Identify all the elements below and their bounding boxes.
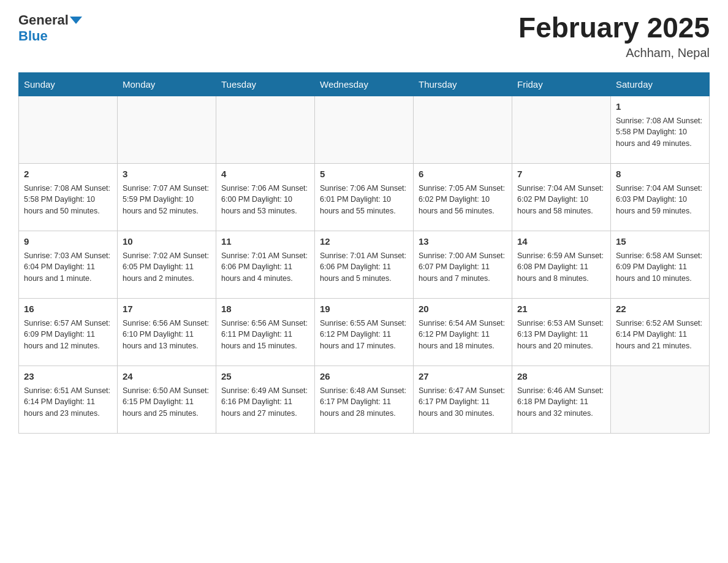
day-number: 7 <box>517 167 605 180</box>
day-info: Sunrise: 6:52 AM Sunset: 6:14 PM Dayligh… <box>616 318 704 352</box>
day-number: 20 <box>419 302 507 315</box>
day-info: Sunrise: 7:06 AM Sunset: 6:00 PM Dayligh… <box>221 183 309 217</box>
day-number: 3 <box>123 167 211 180</box>
day-of-week-header: Friday <box>512 72 611 96</box>
day-info: Sunrise: 7:05 AM Sunset: 6:02 PM Dayligh… <box>419 183 507 217</box>
calendar-header: SundayMondayTuesdayWednesdayThursdayFrid… <box>19 72 710 96</box>
calendar-day-cell <box>118 96 216 163</box>
calendar-day-cell <box>414 96 512 163</box>
day-number: 21 <box>517 302 605 315</box>
calendar-day-cell: 20Sunrise: 6:54 AM Sunset: 6:12 PM Dayli… <box>414 298 512 366</box>
calendar-day-cell: 17Sunrise: 6:56 AM Sunset: 6:10 PM Dayli… <box>118 298 216 366</box>
calendar-day-cell: 5Sunrise: 7:06 AM Sunset: 6:01 PM Daylig… <box>315 163 414 231</box>
calendar-day-cell: 12Sunrise: 7:01 AM Sunset: 6:06 PM Dayli… <box>315 231 414 298</box>
day-number: 4 <box>221 167 309 180</box>
day-of-week-header: Wednesday <box>315 72 414 96</box>
day-number: 1 <box>616 100 704 113</box>
calendar-day-cell: 13Sunrise: 7:00 AM Sunset: 6:07 PM Dayli… <box>414 231 512 298</box>
day-number: 8 <box>616 167 704 180</box>
calendar-day-cell: 28Sunrise: 6:46 AM Sunset: 6:18 PM Dayli… <box>512 366 611 433</box>
day-info: Sunrise: 7:03 AM Sunset: 6:04 PM Dayligh… <box>24 250 112 285</box>
day-of-week-header: Sunday <box>19 72 118 96</box>
day-info: Sunrise: 7:04 AM Sunset: 6:02 PM Dayligh… <box>517 183 605 217</box>
day-of-week-header: Saturday <box>611 72 710 96</box>
day-info: Sunrise: 6:51 AM Sunset: 6:14 PM Dayligh… <box>24 385 112 419</box>
day-info: Sunrise: 7:07 AM Sunset: 5:59 PM Dayligh… <box>123 183 211 217</box>
calendar-day-cell: 16Sunrise: 6:57 AM Sunset: 6:09 PM Dayli… <box>19 298 118 366</box>
calendar-table: SundayMondayTuesdayWednesdayThursdayFrid… <box>18 72 710 434</box>
calendar-day-cell <box>315 96 414 163</box>
day-number: 25 <box>221 370 309 383</box>
day-number: 18 <box>221 302 309 315</box>
day-info: Sunrise: 7:08 AM Sunset: 5:58 PM Dayligh… <box>24 183 112 217</box>
logo-blue-text: Blue <box>18 28 48 44</box>
calendar-day-cell: 15Sunrise: 6:58 AM Sunset: 6:09 PM Dayli… <box>611 231 710 298</box>
calendar-day-cell: 3Sunrise: 7:07 AM Sunset: 5:59 PM Daylig… <box>118 163 216 231</box>
day-info: Sunrise: 6:49 AM Sunset: 6:16 PM Dayligh… <box>221 385 309 419</box>
logo: General Blue <box>18 12 82 44</box>
day-number: 5 <box>320 167 408 180</box>
calendar-week-row: 1Sunrise: 7:08 AM Sunset: 5:58 PM Daylig… <box>19 96 710 163</box>
calendar-day-cell: 4Sunrise: 7:06 AM Sunset: 6:00 PM Daylig… <box>216 163 315 231</box>
day-number: 22 <box>616 302 704 315</box>
calendar-day-cell: 8Sunrise: 7:04 AM Sunset: 6:03 PM Daylig… <box>611 163 710 231</box>
calendar-week-row: 9Sunrise: 7:03 AM Sunset: 6:04 PM Daylig… <box>19 231 710 298</box>
day-number: 14 <box>517 235 605 248</box>
calendar-day-cell: 9Sunrise: 7:03 AM Sunset: 6:04 PM Daylig… <box>19 231 118 298</box>
day-of-week-header: Thursday <box>414 72 512 96</box>
day-info: Sunrise: 7:04 AM Sunset: 6:03 PM Dayligh… <box>616 183 704 217</box>
page-header: General Blue February 2025 Achham, Nepal <box>18 12 710 60</box>
day-info: Sunrise: 7:01 AM Sunset: 6:06 PM Dayligh… <box>221 250 309 285</box>
day-info: Sunrise: 6:48 AM Sunset: 6:17 PM Dayligh… <box>320 385 408 419</box>
day-info: Sunrise: 7:00 AM Sunset: 6:07 PM Dayligh… <box>419 250 507 285</box>
calendar-week-row: 23Sunrise: 6:51 AM Sunset: 6:14 PM Dayli… <box>19 366 710 433</box>
day-number: 11 <box>221 235 309 248</box>
day-number: 16 <box>24 302 112 315</box>
day-info: Sunrise: 7:06 AM Sunset: 6:01 PM Dayligh… <box>320 183 408 217</box>
day-number: 10 <box>123 235 211 248</box>
day-number: 12 <box>320 235 408 248</box>
day-info: Sunrise: 6:55 AM Sunset: 6:12 PM Dayligh… <box>320 318 408 352</box>
calendar-day-cell: 21Sunrise: 6:53 AM Sunset: 6:13 PM Dayli… <box>512 298 611 366</box>
calendar-day-cell: 14Sunrise: 6:59 AM Sunset: 6:08 PM Dayli… <box>512 231 611 298</box>
day-info: Sunrise: 6:53 AM Sunset: 6:13 PM Dayligh… <box>517 318 605 352</box>
day-number: 28 <box>517 370 605 383</box>
day-info: Sunrise: 6:58 AM Sunset: 6:09 PM Dayligh… <box>616 250 704 285</box>
day-info: Sunrise: 7:02 AM Sunset: 6:05 PM Dayligh… <box>123 250 211 285</box>
calendar-day-cell <box>19 96 118 163</box>
day-number: 27 <box>419 370 507 383</box>
day-number: 24 <box>123 370 211 383</box>
calendar-day-cell: 18Sunrise: 6:56 AM Sunset: 6:11 PM Dayli… <box>216 298 315 366</box>
day-of-week-header: Monday <box>118 72 216 96</box>
day-number: 13 <box>419 235 507 248</box>
day-info: Sunrise: 7:01 AM Sunset: 6:06 PM Dayligh… <box>320 250 408 285</box>
day-info: Sunrise: 6:59 AM Sunset: 6:08 PM Dayligh… <box>517 250 605 285</box>
day-number: 9 <box>24 235 112 248</box>
day-info: Sunrise: 7:08 AM Sunset: 5:58 PM Dayligh… <box>616 115 704 150</box>
calendar-day-cell: 26Sunrise: 6:48 AM Sunset: 6:17 PM Dayli… <box>315 366 414 433</box>
day-number: 15 <box>616 235 704 248</box>
day-info: Sunrise: 6:54 AM Sunset: 6:12 PM Dayligh… <box>419 318 507 352</box>
calendar-day-cell: 7Sunrise: 7:04 AM Sunset: 6:02 PM Daylig… <box>512 163 611 231</box>
calendar-week-row: 16Sunrise: 6:57 AM Sunset: 6:09 PM Dayli… <box>19 298 710 366</box>
calendar-subtitle: Achham, Nepal <box>518 46 710 60</box>
calendar-day-cell <box>216 96 315 163</box>
calendar-day-cell: 11Sunrise: 7:01 AM Sunset: 6:06 PM Dayli… <box>216 231 315 298</box>
day-number: 26 <box>320 370 408 383</box>
calendar-week-row: 2Sunrise: 7:08 AM Sunset: 5:58 PM Daylig… <box>19 163 710 231</box>
day-number: 17 <box>123 302 211 315</box>
calendar-day-cell <box>611 366 710 433</box>
calendar-day-cell: 19Sunrise: 6:55 AM Sunset: 6:12 PM Dayli… <box>315 298 414 366</box>
title-block: February 2025 Achham, Nepal <box>518 12 710 60</box>
calendar-day-cell: 6Sunrise: 7:05 AM Sunset: 6:02 PM Daylig… <box>414 163 512 231</box>
logo-general-text: General <box>18 12 69 28</box>
day-of-week-header: Tuesday <box>216 72 315 96</box>
calendar-day-cell: 25Sunrise: 6:49 AM Sunset: 6:16 PM Dayli… <box>216 366 315 433</box>
calendar-title: February 2025 <box>518 12 710 44</box>
calendar-day-cell: 2Sunrise: 7:08 AM Sunset: 5:58 PM Daylig… <box>19 163 118 231</box>
day-number: 6 <box>419 167 507 180</box>
day-number: 19 <box>320 302 408 315</box>
day-info: Sunrise: 6:57 AM Sunset: 6:09 PM Dayligh… <box>24 318 112 352</box>
calendar-day-cell: 23Sunrise: 6:51 AM Sunset: 6:14 PM Dayli… <box>19 366 118 433</box>
calendar-day-cell: 24Sunrise: 6:50 AM Sunset: 6:15 PM Dayli… <box>118 366 216 433</box>
